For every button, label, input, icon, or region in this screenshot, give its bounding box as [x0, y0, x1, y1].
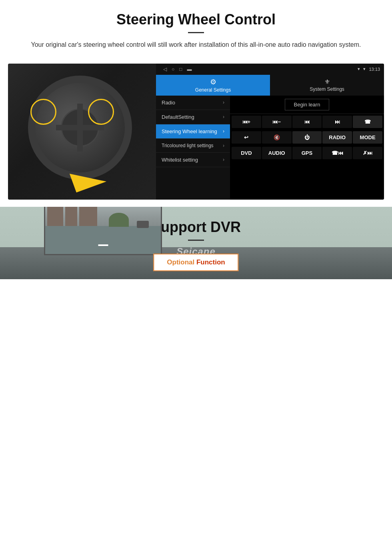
menu-radio[interactable]: Radio › [156, 96, 230, 110]
menu-radio-label: Radio [162, 100, 175, 106]
control-buttons-row1: ⏮+ ⏮− ⏮ ⏭ ☎ [230, 114, 384, 130]
steering-wheel [28, 76, 132, 180]
thumb-bldg-3 [79, 207, 97, 226]
thumb-bldg-1 [47, 207, 63, 226]
steering-description: Your original car's steering wheel contr… [24, 40, 368, 50]
menu-whitelist-arrow: › [223, 157, 224, 162]
optional-function-button[interactable]: Optional Function [153, 254, 238, 271]
gear-icon: ⚙ [210, 78, 216, 86]
begin-learn-row: Begin learn [230, 96, 384, 114]
content-area: Radio › DefaultSetting › Steering Wheel … [156, 96, 384, 200]
tab-bar: ⚙ General Settings ⚜ System Settings [156, 75, 384, 96]
android-ui: ◁ ○ □ ▬ ▾ ▾ 13:13 ⚙ General Settings ⚜ S… [156, 64, 384, 200]
recents-icon[interactable]: □ [179, 66, 182, 72]
dvd-btn[interactable]: DVD [232, 147, 261, 159]
menu-icon[interactable]: ▬ [187, 66, 192, 72]
menu-tricoloured-arrow: › [223, 143, 224, 148]
right-panel: Begin learn ⏮+ ⏮− ⏮ ⏭ ☎ ↩ 🔇 ⏻ [230, 96, 384, 200]
menu-steering-wheel[interactable]: Steering Wheel learning › [156, 124, 230, 139]
nav-icons: ◁ ○ □ ▬ [163, 66, 192, 72]
thumb-bldg-2 [65, 207, 77, 226]
thumb-car [137, 221, 149, 228]
phone-btn[interactable]: ☎ [353, 116, 382, 128]
radio-ctrl-btn[interactable]: RADIO [322, 131, 352, 144]
audio-btn[interactable]: AUDIO [262, 147, 292, 159]
wifi-icon: ▾ [363, 66, 366, 72]
tab-system-label: System Settings [310, 86, 344, 92]
optional-label-dark: Function [194, 258, 225, 266]
dvr-thumbnail [44, 207, 162, 255]
ui-screenshot: ◁ ○ □ ▬ ▾ ▾ 13:13 ⚙ General Settings ⚜ S… [8, 64, 384, 200]
phone-next-btn[interactable]: ✗⏭ [353, 147, 382, 159]
tab-system-settings[interactable]: ⚜ System Settings [270, 75, 384, 96]
mute-btn[interactable]: 🔇 [262, 131, 292, 144]
dvr-divider [188, 240, 204, 241]
menu-radio-arrow: › [223, 100, 224, 105]
status-time: 13:13 [369, 67, 380, 72]
vol-up-btn[interactable]: ⏮+ [232, 116, 261, 128]
steering-wheel-bg [8, 64, 158, 200]
next-btn[interactable]: ⏭ [322, 116, 352, 128]
back-icon[interactable]: ◁ [163, 66, 167, 72]
control-buttons-row2: ↩ 🔇 ⏻ RADIO MODE [230, 130, 384, 145]
menu-whitelist[interactable]: Whitelist setting › [156, 153, 230, 167]
thumb-tree [109, 213, 129, 227]
prev-btn[interactable]: ⏮ [292, 116, 322, 128]
tab-general-settings[interactable]: ⚙ General Settings [156, 75, 270, 96]
vol-down-btn[interactable]: ⏮− [262, 116, 292, 128]
steering-title: Steering Wheel Control [24, 11, 368, 28]
menu-default-label: DefaultSetting [162, 114, 194, 120]
home-icon[interactable]: ○ [172, 66, 174, 72]
control-buttons-row3: DVD AUDIO GPS ☎⏮ ✗⏭ [230, 145, 384, 161]
status-bar: ◁ ○ □ ▬ ▾ ▾ 13:13 [156, 64, 384, 75]
spoke-vertical [77, 104, 83, 152]
title-divider [188, 32, 204, 33]
begin-learn-button[interactable]: Begin learn [285, 99, 330, 110]
signal-icon: ▾ [358, 66, 360, 72]
dvr-section: Support DVR (Optional function, require … [0, 207, 392, 279]
menu-default-setting[interactable]: DefaultSetting › [156, 110, 230, 124]
optional-label-orange: Optional [167, 258, 194, 266]
menu-default-arrow: › [223, 114, 224, 120]
menu-steering-label: Steering Wheel learning [162, 128, 217, 134]
phone-prev-btn[interactable]: ☎⏮ [322, 147, 352, 159]
left-menu: Radio › DefaultSetting › Steering Wheel … [156, 96, 230, 200]
hang-up-btn[interactable]: ↩ [232, 131, 261, 144]
thumb-road-line [98, 244, 108, 246]
tab-general-label: General Settings [195, 87, 231, 93]
menu-steering-arrow: › [223, 128, 224, 134]
steering-section: Steering Wheel Control Your original car… [0, 0, 392, 200]
gps-btn[interactable]: GPS [292, 147, 322, 159]
settings-icon: ⚜ [324, 78, 330, 86]
steering-header: Steering Wheel Control Your original car… [0, 0, 392, 56]
menu-tricoloured-label: Tricoloured light settings [162, 143, 214, 148]
mode-btn[interactable]: MODE [353, 131, 382, 144]
thumb-road [45, 226, 161, 254]
power-btn[interactable]: ⏻ [292, 131, 322, 144]
menu-whitelist-label: Whitelist setting [162, 157, 198, 163]
menu-tricoloured[interactable]: Tricoloured light settings › [156, 139, 230, 153]
